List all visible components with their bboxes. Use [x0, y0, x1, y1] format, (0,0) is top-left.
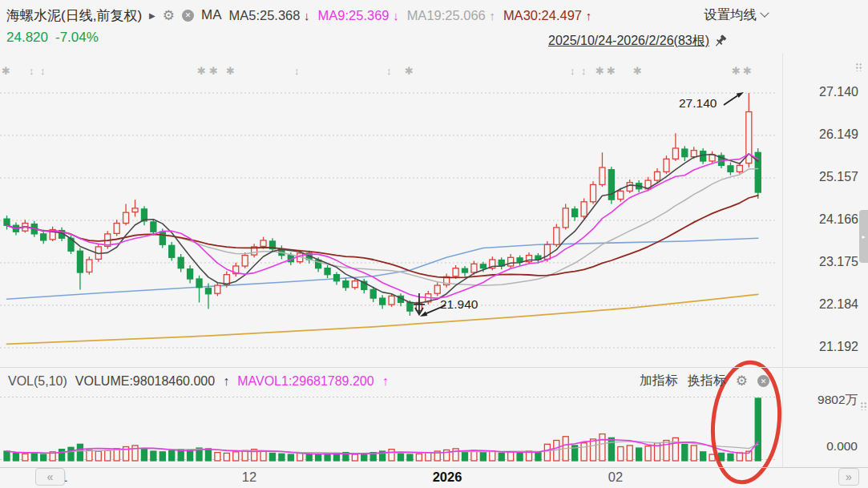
- x-axis-month-label: 2026: [419, 470, 475, 485]
- stock-chart-app: 海螺水泥(日线,前复权) ▶ ⚙ ✕ MA MA5:25.368 ↓MA9:25…: [0, 0, 868, 488]
- stock-title: 海螺水泥(日线,前复权): [6, 6, 142, 25]
- vol-indicator-label: VOL(5,10): [8, 374, 67, 389]
- chart-header: 海螺水泥(日线,前复权) ▶ ⚙ ✕ MA MA5:25.368 ↓MA9:25…: [6, 5, 768, 26]
- event-updown-marker-icon[interactable]: ↕: [29, 65, 34, 77]
- date-range-link[interactable]: 2025/10/24-2026/2/26(83根): [548, 33, 727, 50]
- volume-close-icon[interactable]: ✕: [757, 375, 769, 387]
- price-axis-label: 25.157: [786, 170, 858, 184]
- volume-header: VOL(5,10) VOLUME:98018460.000 ↑ MAVOL1:2…: [8, 373, 769, 389]
- pin-icon[interactable]: [713, 34, 727, 48]
- x-axis-month-label: 02: [587, 470, 644, 485]
- ma-toggle[interactable]: MA: [201, 7, 222, 23]
- ma-settings-button[interactable]: 设置均线: [704, 6, 768, 24]
- price-axis-label: 26.149: [786, 127, 858, 142]
- x-axis-month-label: 12: [221, 470, 277, 485]
- event-star-marker-icon[interactable]: ✱: [405, 65, 414, 77]
- event-star-marker-icon[interactable]: ✱: [607, 65, 616, 77]
- event-updown-marker-icon[interactable]: ↕: [570, 65, 575, 77]
- event-updown-marker-icon[interactable]: ↕: [581, 65, 587, 77]
- event-star-marker-icon[interactable]: ✱: [633, 65, 642, 77]
- price-axis-label: 23.175: [786, 255, 858, 269]
- mavol1-value: MAVOL1:29681789.200: [237, 374, 374, 389]
- close-icon[interactable]: ✕: [182, 10, 194, 22]
- ma-legend-item: MA9:25.369 ↓: [318, 8, 399, 23]
- low-annotation-label: 21.940: [440, 297, 478, 312]
- volume-value: VOLUME:98018460.000: [75, 374, 215, 389]
- ma-legend-item: MA19:25.066 ↑: [407, 8, 495, 23]
- expander-triangle-icon[interactable]: ▶: [149, 11, 155, 20]
- scroll-right-button[interactable]: »: [838, 468, 859, 486]
- panel-collapse-handle[interactable]: ▸: [859, 210, 868, 263]
- price-axis-label: 21.192: [786, 340, 858, 354]
- event-star-marker-icon[interactable]: ✱: [2, 65, 10, 77]
- pane-divider: [0, 367, 868, 368]
- chevron-down-icon: [760, 9, 769, 18]
- current-price: 24.820: [6, 30, 48, 46]
- ma-legend-item: MA30:24.497 ↑: [503, 8, 591, 23]
- event-updown-marker-icon[interactable]: ↕: [386, 65, 392, 77]
- price-axis-label: 27.140: [786, 85, 858, 99]
- price-change-percent: -7.04%: [55, 30, 99, 46]
- close-icon-glyph: ✕: [185, 11, 192, 19]
- add-indicator-button[interactable]: 加指标: [640, 373, 678, 389]
- event-star-marker-icon[interactable]: ✱: [226, 65, 235, 77]
- ma-legend-item: MA5:25.368 ↓: [229, 8, 310, 23]
- axis-drag-handle[interactable]: [855, 63, 862, 71]
- mavol1-up-arrow: ↑: [382, 374, 389, 389]
- event-star-marker-icon[interactable]: ✱: [743, 65, 752, 77]
- event-star-marker-icon[interactable]: ✱: [595, 65, 604, 77]
- volume-axis-drag-handle[interactable]: [860, 401, 867, 410]
- ma-legend: MA5:25.368 ↓MA9:25.369 ↓MA19:25.066 ↑MA3…: [229, 8, 592, 23]
- event-updown-marker-icon[interactable]: ↕: [40, 65, 46, 77]
- price-readout: 24.820 -7.04%: [6, 30, 99, 46]
- volume-up-arrow: ↑: [223, 374, 229, 389]
- price-axis-label: 24.166: [786, 212, 858, 227]
- volume-axis-zero: 0.000: [785, 439, 858, 454]
- gear-icon[interactable]: ⚙: [163, 9, 175, 22]
- high-annotation-label: 27.140: [679, 96, 717, 111]
- event-star-marker-icon[interactable]: ✱: [197, 65, 206, 77]
- price-axis-label: 22.184: [786, 297, 858, 312]
- date-range-label: 2025/10/24-2026/2/26(83根): [548, 33, 709, 50]
- event-star-marker-icon[interactable]: ✱: [732, 65, 741, 77]
- event-star-marker-icon[interactable]: ✱: [209, 65, 218, 77]
- volume-close-icon-glyph: ✕: [761, 377, 767, 385]
- event-updown-marker-icon[interactable]: ↕: [294, 65, 300, 77]
- volume-axis-max: 9802万: [785, 392, 858, 409]
- switch-indicator-button[interactable]: 换指标: [688, 373, 726, 389]
- volume-gear-icon[interactable]: ⚙: [736, 374, 748, 388]
- x-axis-divider: [0, 467, 868, 468]
- scroll-left-button[interactable]: «: [35, 468, 65, 486]
- ma-settings-label: 设置均线: [704, 6, 757, 24]
- collapse-arrow-icon: ▸: [862, 233, 865, 240]
- axis-column-divider: [782, 53, 783, 467]
